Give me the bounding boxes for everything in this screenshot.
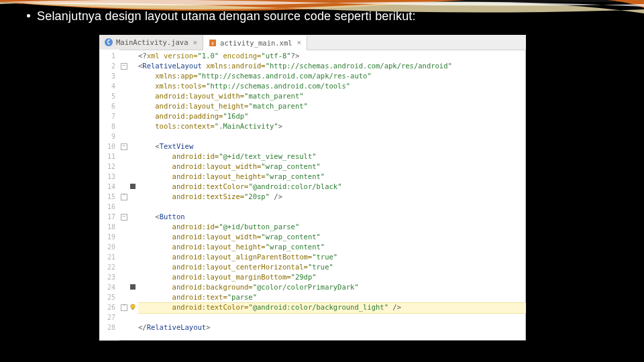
- close-icon[interactable]: ×: [297, 38, 302, 47]
- line-gutter: 1234567891011121314151617181920212223242…: [99, 50, 119, 341]
- slide-bullet: Selanjutnya design layout utama dengan s…: [27, 9, 416, 23]
- code-line[interactable]: xmlns:app="http://schemas.android.com/ap…: [138, 71, 526, 81]
- tab-activity-main-xml[interactable]: x activity_main.xml ×: [203, 36, 307, 50]
- code-area[interactable]: <?xml version="1.0" encoding="utf-8"?><R…: [138, 50, 526, 341]
- code-line[interactable]: android:layout_height="match_parent": [138, 101, 526, 111]
- ide-window: C MainActivity.java × x activity_main.xm…: [99, 35, 526, 341]
- code-line[interactable]: <TextView: [138, 141, 526, 152]
- tab-label: MainActivity.java: [116, 38, 188, 46]
- close-icon[interactable]: ×: [193, 38, 197, 47]
- code-line[interactable]: android:layout_width="wrap_content": [138, 162, 526, 172]
- svg-point-2: [131, 304, 135, 308]
- code-line[interactable]: android:id="@+id/text_view_result": [138, 152, 526, 162]
- code-line[interactable]: android:layout_marginBottom="29dp": [138, 272, 526, 282]
- svg-text:x: x: [211, 41, 214, 46]
- code-line[interactable]: </RelativeLayout>: [138, 322, 526, 333]
- code-line[interactable]: <RelativeLayout xmlns:android="http://sc…: [138, 61, 526, 71]
- code-line[interactable]: android:textColor="@android:color/backgr…: [138, 302, 526, 312]
- fold-marker[interactable]: −: [121, 63, 127, 70]
- breakpoint-marker[interactable]: [130, 284, 136, 290]
- gutter-marks: −−˄−˄: [119, 50, 138, 341]
- code-line[interactable]: android:text="parse": [138, 292, 526, 302]
- fold-marker[interactable]: −: [121, 214, 127, 221]
- code-line[interactable]: android:layout_height="wrap_content": [138, 242, 526, 252]
- fold-marker[interactable]: ˄: [121, 194, 127, 200]
- code-line[interactable]: <?xml version="1.0" encoding="utf-8"?>: [138, 51, 526, 61]
- fold-marker[interactable]: ˄: [121, 304, 127, 311]
- code-line[interactable]: [138, 131, 526, 141]
- code-line[interactable]: android:textSize="20sp" />: [138, 192, 526, 202]
- java-file-icon: C: [105, 38, 113, 46]
- code-line[interactable]: android:layout_alignParentBottom="true": [138, 252, 526, 262]
- code-line[interactable]: android:id="@+id/button_parse": [138, 222, 526, 232]
- code-line[interactable]: android:padding="16dp": [138, 111, 526, 121]
- fold-marker[interactable]: −: [121, 143, 127, 150]
- svg-rect-3: [132, 308, 134, 310]
- xml-file-icon: x: [209, 39, 217, 47]
- code-line[interactable]: [138, 312, 526, 322]
- code-line[interactable]: [138, 202, 526, 212]
- tab-mainactivity[interactable]: C MainActivity.java ×: [99, 35, 203, 50]
- intention-bulb-icon[interactable]: [129, 303, 137, 311]
- bullet-dot: [27, 14, 30, 17]
- code-line[interactable]: android:layout_width="wrap_content": [138, 232, 526, 242]
- code-line[interactable]: android:background="@color/colorPrimaryD…: [138, 282, 526, 292]
- code-line[interactable]: xmlns:tools="http://schemas.android.com/…: [138, 81, 526, 91]
- code-line[interactable]: android:layout_centerHorizontal="true": [138, 262, 526, 272]
- breakpoint-marker[interactable]: [130, 184, 136, 189]
- tab-label: activity_main.xml: [220, 39, 292, 47]
- code-line[interactable]: <Button: [138, 212, 526, 222]
- bullet-text: Selanjutnya design layout utama dengan s…: [37, 9, 416, 23]
- code-line[interactable]: android:textColor="@android:color/black": [138, 182, 526, 192]
- code-editor[interactable]: 1234567891011121314151617181920212223242…: [99, 50, 526, 341]
- code-line[interactable]: android:layout_width="match_parent": [138, 91, 526, 101]
- code-line[interactable]: tools:context=".MainActivity">: [138, 121, 526, 131]
- code-line[interactable]: android:layout_height="wrap_content": [138, 172, 526, 182]
- editor-tabs: C MainActivity.java × x activity_main.xm…: [99, 35, 526, 50]
